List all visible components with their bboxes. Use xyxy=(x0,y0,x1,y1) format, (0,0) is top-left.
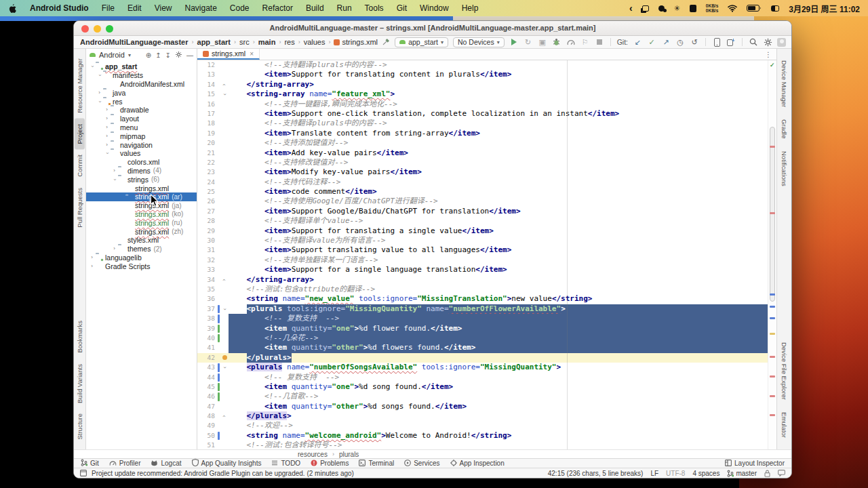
tree-chevron-icon[interactable]: › xyxy=(104,141,110,149)
hide-panel-button[interactable]: — xyxy=(186,52,193,59)
chat-app-icon[interactable] xyxy=(658,5,665,12)
expand-all-button[interactable]: ↥ xyxy=(155,52,161,59)
code-line-12[interactable]: 12 <!--支持翻译plurals中的内容--> xyxy=(197,60,776,70)
tree-chevron-icon[interactable]: › xyxy=(104,115,110,123)
tree-item-strings-xml[interactable]: strings.xml xyxy=(86,184,197,192)
sdk-manager-icon[interactable] xyxy=(726,37,736,47)
menu-git[interactable]: Git xyxy=(397,3,407,13)
build-hammer-icon[interactable] xyxy=(380,37,390,47)
toolwindow-git[interactable]: Git xyxy=(81,459,99,468)
code-line-50[interactable]: 50 <string name="welcome_android">Welcom… xyxy=(197,431,776,441)
tree-item-gradle-scripts[interactable]: ›Gradle Scripts xyxy=(86,262,197,270)
apply-code-changes-icon[interactable]: ▣ xyxy=(538,37,547,47)
tree-chevron-icon[interactable]: › xyxy=(88,64,96,70)
readonly-lock-icon[interactable] xyxy=(764,470,770,477)
toolwindow-services[interactable]: Services xyxy=(404,460,439,468)
tree-item-navigation[interactable]: ›navigation xyxy=(86,140,197,149)
device-manager-icon[interactable] xyxy=(712,37,722,47)
tree-chevron-icon[interactable]: › xyxy=(96,73,104,79)
fold-marker-icon[interactable]: › xyxy=(220,412,229,420)
tree-item-strings-xml-ko[interactable]: strings.xml(ko) xyxy=(86,210,197,219)
sidebar-item-build-variants[interactable]: Build Variants xyxy=(75,359,85,409)
close-window-button[interactable] xyxy=(81,25,89,33)
sidebar-item-project[interactable]: Project xyxy=(75,119,85,150)
tree-item-colors-xml[interactable]: colors.xml xyxy=(86,158,197,167)
menu-navigate[interactable]: Navigate xyxy=(184,3,216,13)
fold-marker-icon[interactable]: › xyxy=(220,305,229,313)
menu-window[interactable]: Window xyxy=(420,3,449,13)
menu-code[interactable]: Code xyxy=(230,3,250,13)
indent-setting[interactable]: 4 spaces xyxy=(692,470,719,477)
run-button[interactable] xyxy=(509,37,519,47)
tree-item-styles-xml[interactable]: styles.xml xyxy=(86,236,197,245)
close-tab-icon[interactable]: × xyxy=(250,50,254,58)
tree-chevron-icon[interactable]: › xyxy=(89,262,95,270)
code-line-51[interactable]: 51 <!--测试:包含转译符号--> xyxy=(197,441,776,449)
tree-item-strings-xml-zh[interactable]: strings.xml(zh) xyxy=(86,227,197,236)
menu-file[interactable]: File xyxy=(102,3,115,13)
git-push-icon[interactable]: ↗ xyxy=(661,37,671,47)
menubar-clock[interactable]: 3月29日 周三 11:02 xyxy=(789,3,860,14)
breadcrumb-item-main[interactable]: main xyxy=(258,38,277,46)
attach-profiler-icon[interactable]: ⚐ xyxy=(580,37,590,47)
fold-marker-icon[interactable]: › xyxy=(220,90,229,98)
sidebar-item-commit[interactable]: Commit xyxy=(75,149,85,182)
menu-help[interactable]: Help xyxy=(462,3,479,13)
code-line-33[interactable]: 33 <item>Support for a single language t… xyxy=(197,265,776,274)
code-line-37[interactable]: 37› <plurals tools:ignore="MissingQuanti… xyxy=(197,304,776,314)
user-avatar[interactable] xyxy=(777,38,786,47)
code-line-18[interactable]: 18 <!--支持翻译plurals中的内容--> xyxy=(197,119,776,128)
stripe-mark[interactable] xyxy=(770,414,775,416)
search-everywhere-icon[interactable] xyxy=(749,37,758,47)
breadcrumb-item-src[interactable]: src xyxy=(239,38,250,46)
editor-options-icon[interactable]: ⋮ xyxy=(760,49,776,60)
code-line-48[interactable]: 48› </plurals> xyxy=(197,411,776,421)
tree-item-manifests[interactable]: ›manifests xyxy=(86,71,197,80)
menu-view[interactable]: View xyxy=(155,3,172,13)
tree-item-java[interactable]: ›java xyxy=(86,88,197,97)
tree-chevron-icon[interactable]: › xyxy=(111,245,117,253)
screen-mirroring-icon[interactable] xyxy=(642,5,649,12)
event-log-icon[interactable] xyxy=(80,470,87,476)
menu-android-studio[interactable]: Android Studio xyxy=(30,3,89,13)
debug-button[interactable] xyxy=(552,37,561,47)
inspections-ok-icon[interactable]: ✓ xyxy=(770,62,775,68)
code-line-20[interactable]: 20 <!--支持添加键值对--> xyxy=(197,138,776,148)
stripe-mark[interactable] xyxy=(770,146,775,148)
code-line-22[interactable]: 22 <!--支持修改键值对--> xyxy=(197,158,776,167)
code-line-14[interactable]: 14› </string-array> xyxy=(197,80,776,89)
code-line-25[interactable]: 25 <item>code comment</item> xyxy=(197,187,776,197)
apple-logo-icon[interactable] xyxy=(8,3,17,13)
sidebar-item-resource-manager[interactable]: Resource Manager xyxy=(75,53,85,119)
notes-app-icon[interactable] xyxy=(690,5,696,12)
sidebar-item-emulator[interactable]: Emulator xyxy=(778,406,790,444)
code-line-47[interactable]: 47 <item quantity="other">%d songs found… xyxy=(197,402,776,411)
code-line-31[interactable]: 31 <item>Support translating value to al… xyxy=(197,245,776,255)
zoom-window-button[interactable] xyxy=(106,25,113,33)
git-rollback-icon[interactable]: ↺ xyxy=(690,37,699,47)
tree-chevron-icon[interactable]: › xyxy=(104,132,110,140)
tree-item-strings-xml-ru[interactable]: strings.xml(ru) xyxy=(86,218,197,227)
settings-gear-icon[interactable] xyxy=(763,37,772,47)
tree-item-app-start[interactable]: ›app_start xyxy=(86,62,197,71)
breadcrumb-item-app-start[interactable]: app_start xyxy=(197,38,232,46)
code-line-39[interactable]: 39 <item quantity="one">%d flower found.… xyxy=(197,324,776,333)
menu-edit[interactable]: Edit xyxy=(127,3,142,13)
code-line-21[interactable]: 21 <item>Add key-value pairs</item> xyxy=(197,148,776,158)
status-message[interactable]: Project update recommended: Android Grad… xyxy=(92,470,354,477)
code-line-27[interactable]: 27 <item>Support Google/Baidu/ChatGPT fo… xyxy=(197,207,776,216)
toolwindow-todo[interactable]: TODO xyxy=(271,460,300,468)
tab-strings-xml[interactable]: strings.xml × xyxy=(197,49,260,60)
menu-tools[interactable]: Tools xyxy=(365,3,384,13)
tree-item-mipmap[interactable]: ›mipmap xyxy=(86,131,197,140)
caret-position[interactable]: 42:15 (236 chars, 5 line breaks) xyxy=(548,470,644,477)
collapse-all-button[interactable]: ↧ xyxy=(165,52,171,59)
tree-item-layout[interactable]: ›layout xyxy=(86,115,197,123)
sidebar-item-device-file-explorer[interactable]: Device File Explorer xyxy=(778,336,790,406)
code-line-45[interactable]: 45 <item quantity="one">%d song found.</… xyxy=(197,382,776,392)
battery-icon[interactable] xyxy=(747,5,762,12)
fold-marker-icon[interactable]: › xyxy=(220,81,229,89)
code-line-43[interactable]: 43› <plurals name="numberOfSongsAvailabl… xyxy=(197,363,776,372)
sidebar-item-pull-requests[interactable]: Pull Requests xyxy=(75,182,85,233)
toolwindow-layout-inspector[interactable]: Layout Inspector xyxy=(725,460,785,468)
